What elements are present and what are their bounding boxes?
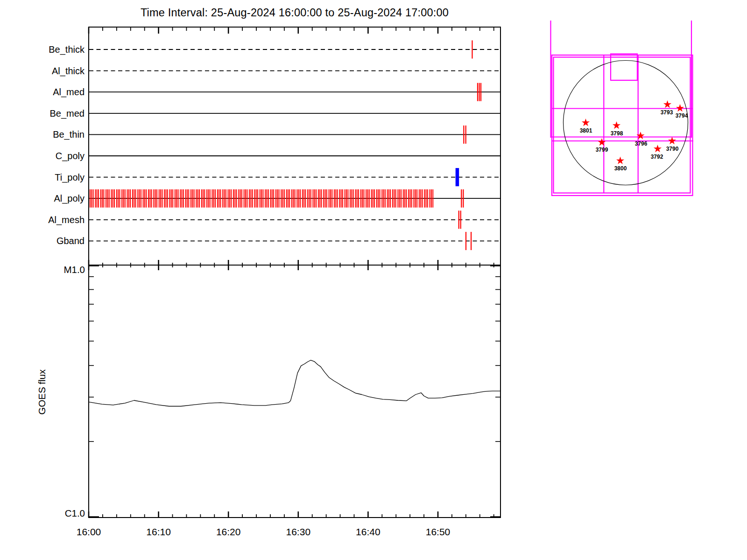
exposure-tick: [300, 189, 301, 208]
active-region-star: [613, 121, 620, 129]
exposure-tick: [211, 189, 212, 208]
exposure-tick: [373, 189, 374, 208]
exposure-tick: [296, 189, 297, 208]
exposure-tick: [334, 189, 335, 208]
filter-row-label: C_poly: [56, 151, 85, 161]
exposure-tick: [171, 189, 172, 208]
exposure-tick: [118, 189, 119, 208]
exposure-tick: [360, 189, 361, 208]
exposure-tick: [293, 189, 294, 208]
exposure-tick: [303, 189, 304, 208]
exposure-tick: [111, 189, 112, 208]
exposure-tick: [247, 189, 247, 208]
exposure-tick: [141, 189, 141, 208]
exposure-tick: [93, 189, 94, 208]
exposure-tick: [376, 189, 377, 208]
exposure-tick: [286, 189, 287, 208]
active-region-label: 3799: [596, 147, 608, 153]
exposure-tick: [176, 189, 177, 208]
x-axis-label: 16:50: [426, 526, 451, 537]
exposure-tick: [132, 189, 133, 208]
exposure-tick: [465, 126, 466, 144]
exposure-tick: [390, 189, 391, 208]
exposure-tick: [236, 189, 237, 208]
exposure-tick: [159, 189, 160, 208]
filter-row-label: Al_mesh: [48, 215, 85, 225]
exposure-tick: [366, 189, 366, 208]
exposure-tick: [137, 189, 138, 208]
filter-row-label: Ti_poly: [55, 172, 85, 183]
exposure-tick: [107, 189, 108, 208]
exposure-tick: [194, 189, 195, 208]
exposure-tick: [254, 189, 255, 208]
x-axis-label: 16:30: [286, 526, 311, 537]
exposure-tick: [427, 189, 428, 208]
exposure-tick: [420, 189, 421, 208]
exposure-tick: [316, 189, 317, 208]
exposure-tick: [472, 41, 472, 59]
exposure-tick: [367, 189, 368, 208]
exposure-tick: [335, 189, 336, 208]
exposure-tick: [261, 189, 262, 208]
exposure-tick: [185, 189, 186, 208]
exposure-tick: [326, 189, 327, 208]
exposure-tick: [250, 189, 251, 208]
exposure-tick: [106, 189, 106, 208]
exposure-tick: [155, 189, 156, 208]
exposure-tick: [268, 189, 269, 208]
exposure-tick: [374, 189, 375, 208]
active-region-label: 3800: [614, 165, 627, 172]
exposure-tick: [231, 189, 232, 208]
exposure-tick: [201, 189, 202, 208]
exposure-tick: [125, 189, 126, 208]
exposure-tick: [463, 126, 464, 144]
exposure-tick: [143, 189, 144, 208]
exposure-tick: [272, 189, 273, 208]
exposure-tick: [204, 189, 205, 208]
y-axis-title: GOES flux: [36, 369, 47, 415]
exposure-tick: [281, 189, 282, 208]
x-axis-label: 16:00: [77, 526, 101, 537]
exposure-tick: [256, 189, 257, 208]
filter-row-label: Be_thick: [49, 44, 85, 55]
exposure-tick: [432, 189, 433, 208]
active-region-star: [582, 119, 590, 126]
exposure-tick: [351, 189, 352, 208]
filter-row-label: Al_poly: [54, 193, 85, 204]
exposure-tick: [226, 189, 226, 208]
plot-screenshot: Time Interval: 25-Aug-2024 16:00:00 to 2…: [0, 0, 747, 560]
exposure-tick: [350, 189, 351, 208]
active-region-label: 3798: [611, 130, 623, 137]
exposure-tick: [249, 189, 250, 208]
exposure-tick: [102, 189, 103, 208]
exposure-tick: [175, 189, 176, 208]
exposure-tick: [358, 189, 359, 208]
exposure-tick: [252, 189, 253, 208]
exposure-tick: [310, 189, 311, 208]
exposure-tick: [330, 189, 331, 208]
exposure-tick: [471, 232, 472, 250]
exposure-tick: [307, 189, 308, 208]
exposure-tick: [288, 189, 289, 208]
exposure-tick: [275, 189, 276, 208]
y-axis-top-label: M1.0: [63, 264, 85, 275]
exposure-tick: [331, 189, 332, 208]
exposure-tick: [244, 189, 245, 208]
exposure-tick: [479, 83, 479, 101]
exposure-tick: [135, 189, 136, 208]
exposure-tick: [206, 189, 207, 208]
exposure-tick: [314, 189, 315, 208]
exposure-tick: [289, 189, 290, 208]
exposure-tick: [148, 189, 149, 208]
exposure-tick: [266, 189, 267, 208]
exposure-tick: [188, 189, 189, 208]
fov-box: [611, 54, 637, 81]
exposure-tick: [353, 189, 354, 208]
exposure-tick: [409, 189, 410, 208]
exposure-tick: [260, 189, 261, 208]
exposure-tick: [337, 189, 338, 208]
exposure-tick: [134, 189, 134, 208]
exposure-tick: [234, 189, 235, 208]
exposure-tick: [465, 232, 466, 250]
exposure-tick: [385, 189, 386, 208]
